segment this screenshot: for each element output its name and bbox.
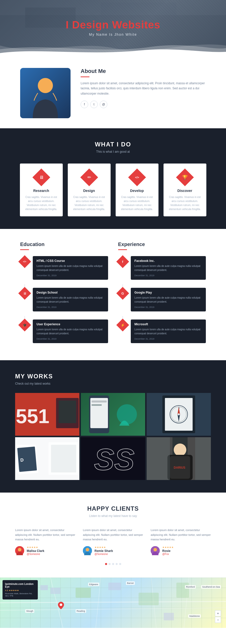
- testimonial-name-2: Remie Sharb: [94, 549, 113, 553]
- map-info-box: lastminute.com London Eye 4.6 ★★★★★ Rive…: [3, 580, 38, 599]
- social-icons-group: f t @: [81, 101, 206, 108]
- facebook-icon[interactable]: f: [81, 101, 88, 108]
- exp-date-2: December 31, 2019: [135, 306, 202, 308]
- edu-date-3: December 31, 2019: [37, 338, 104, 340]
- work-item-5[interactable]: S S: [81, 437, 145, 480]
- work-item-4[interactable]: D: [15, 437, 79, 480]
- dot-5[interactable]: [119, 563, 121, 565]
- work-image-5: S S: [81, 437, 145, 480]
- map-label-romford: Romford: [185, 585, 196, 589]
- map-label-southend: Southend-on-Sea: [201, 585, 221, 589]
- twitter-icon[interactable]: t: [90, 101, 98, 108]
- svg-point-43: [86, 548, 89, 551]
- testimonial-dots: [15, 563, 211, 565]
- edu-icon-1: </>: [18, 255, 31, 268]
- map-label-edgware: Edgware: [88, 583, 99, 586]
- edu-date-1: December 31, 2019: [37, 274, 104, 277]
- about-title-line: [81, 76, 89, 77]
- work-image-4: D: [15, 437, 79, 480]
- exp-content-2: Google Play Lorem ipsum lorem ulla de au…: [131, 288, 206, 311]
- edu-content-3: User Experience Lorem ipsum lorem ulla d…: [33, 319, 108, 343]
- testimonials-container: Lorem ipsum dolor sit amet, consectetur …: [15, 528, 211, 555]
- avatar-portrait-1: [15, 546, 24, 555]
- svg-point-34: [174, 444, 186, 456]
- testimonial-1: Lorem ipsum dolor sit amet, consectetur …: [15, 528, 75, 555]
- map-pin: [58, 602, 64, 610]
- testimonial-3: Lorem ipsum dolor sit amet, consectetur …: [151, 528, 211, 555]
- edu-date-2: December 31, 2019: [37, 306, 104, 308]
- develop-desc: Cras sagittis. Vivamus in est arcu cursu…: [121, 195, 153, 211]
- edu-icon-2: 🖥: [18, 287, 31, 300]
- svg-point-12: [117, 404, 137, 424]
- map-label-maidstone: Maidstone: [188, 614, 201, 618]
- testimonial-avatar-1: [15, 546, 24, 555]
- hero-title: I Design Websites: [66, 19, 160, 31]
- works-grid: 551: [15, 393, 211, 480]
- about-section: About Me Lorem ipsum dolor sit amet, con…: [0, 55, 226, 128]
- testimonial-author-info-3: ★★★★★ Rosie @Fox: [162, 546, 174, 555]
- map-zoom-out-button[interactable]: −: [215, 617, 221, 623]
- work-item-2[interactable]: [81, 393, 145, 436]
- exp-icon-1: f: [116, 255, 129, 268]
- svg-rect-10: [92, 400, 107, 403]
- hero-title-prefix: I Design: [66, 19, 109, 31]
- dot-4[interactable]: [116, 563, 118, 565]
- edu-content-1: HTML / CSS Course Lorem ipsum lorem ulla…: [33, 256, 108, 280]
- map-zoom-in-button[interactable]: +: [215, 610, 221, 616]
- exp-title-3: Microsoft: [135, 323, 202, 326]
- works-subtitle: Check out my latest works: [15, 382, 211, 385]
- svg-rect-6: [59, 400, 76, 423]
- svg-text:S: S: [114, 442, 135, 476]
- testimonial-stars-3: ★★★★★: [162, 546, 174, 549]
- svg-rect-57: [108, 583, 121, 590]
- design-desc: Cras sagittis. Vivamus in est arcu cursu…: [73, 195, 106, 211]
- research-desc: Cras sagittis. Vivamus in est arcu cursu…: [25, 195, 58, 211]
- svg-point-2: [38, 78, 53, 93]
- exp-item-3: ⚡ Microsoft Lorem ipsum lorem ulla de au…: [118, 319, 206, 343]
- edu-item-2: 🖥 Design School Lorem ipsum lorem ulla d…: [20, 288, 108, 311]
- hero-content: I Design Websites My Name Is Jhon White: [66, 19, 160, 36]
- edu-content-2: Design School Lorem ipsum lorem ulla de …: [33, 288, 108, 311]
- dot-3[interactable]: [112, 563, 114, 565]
- work-item-1[interactable]: 551: [15, 393, 79, 436]
- dot-1[interactable]: [105, 563, 107, 565]
- discover-icon: 🏆: [176, 169, 194, 186]
- email-icon[interactable]: @: [100, 101, 107, 108]
- testimonial-avatar-2: [83, 546, 92, 555]
- svg-rect-52: [76, 588, 91, 598]
- what-i-do-section: WHAT I DO This is what I am good at 🖥 Re…: [0, 128, 226, 229]
- testimonial-2: Lorem ipsum dolor sit amet, consectetur …: [83, 528, 143, 555]
- testimonial-author-2: ★★★★★ Remie Sharb @Someone: [83, 546, 143, 555]
- what-card-discover: 🏆 Discover Cras sagittis. Vivamus in est…: [164, 164, 206, 216]
- svg-rect-54: [176, 583, 189, 598]
- experience-title: Experience: [118, 242, 206, 247]
- works-title: MY WORKS: [15, 373, 211, 380]
- develop-title: Develop: [121, 189, 153, 193]
- testimonial-text-1: Lorem ipsum dolor sit amet, consectetur …: [15, 528, 75, 542]
- edu-icon-3: 🎓: [18, 319, 31, 332]
- testimonial-handle-2: @Someone: [94, 553, 113, 555]
- research-title: Research: [25, 189, 58, 193]
- work-item-3[interactable]: N: [147, 393, 211, 436]
- exp-desc-3: Lorem ipsum lorem ulla de aute culpa mag…: [135, 328, 202, 336]
- edu-exp-section: Education </> HTML / CSS Course Lorem ip…: [0, 229, 226, 360]
- map-label-reading: Reading: [76, 609, 86, 613]
- works-section: MY WORKS Check out my latest works 551: [0, 360, 226, 493]
- dot-2[interactable]: [109, 563, 111, 565]
- map-label-slough: Slough: [25, 609, 34, 613]
- what-cards-container: 🖥 Research Cras sagittis. Vivamus in est…: [15, 164, 211, 216]
- work-image-2: [81, 393, 145, 436]
- work-item-6[interactable]: DARIUS: [147, 437, 211, 480]
- clients-title: HAPPY CLIENTS: [15, 505, 211, 512]
- svg-rect-15: [165, 398, 193, 431]
- map-pin-svg: [58, 602, 64, 609]
- experience-title-line: [118, 249, 127, 250]
- education-title: Education: [20, 242, 108, 247]
- exp-icon-2: G: [116, 287, 129, 300]
- work-image-3: N: [147, 393, 211, 436]
- testimonial-stars-2: ★★★★★: [94, 546, 113, 549]
- testimonial-avatar-3: [151, 546, 160, 555]
- education-title-line: [20, 249, 29, 250]
- clients-section: HAPPY CLIENTS Listen to what my latest h…: [0, 493, 226, 578]
- testimonial-text-3: Lorem ipsum dolor sit amet, consectetur …: [151, 528, 211, 542]
